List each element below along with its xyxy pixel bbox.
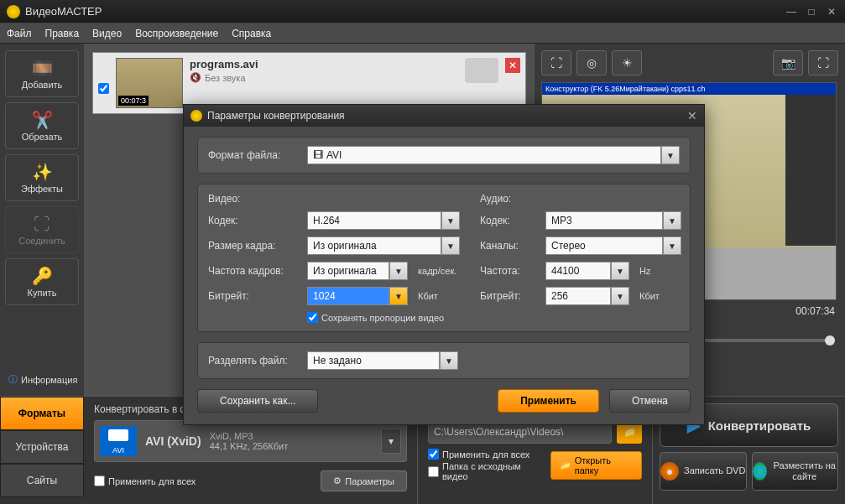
apply-button[interactable]: Применить xyxy=(498,389,599,413)
file-checkbox[interactable] xyxy=(98,83,109,94)
add-button[interactable]: 🎞️ Добавить xyxy=(5,50,79,97)
maximize-button[interactable]: □ xyxy=(805,5,818,18)
video-section-title: Видео: xyxy=(208,193,460,205)
menubar: Файл Правка Видео Воспроизведение Справк… xyxy=(0,23,845,44)
key-icon: 🔑 xyxy=(30,266,54,286)
camera-icon xyxy=(465,58,498,83)
brightness-button[interactable]: ☀ xyxy=(612,50,642,75)
gear-icon: ⚙ xyxy=(333,475,342,486)
preview-window-title: Конструктор (FK 5.26Мирайтакани) cpps11.… xyxy=(542,83,836,95)
tab-sites[interactable]: Сайты xyxy=(0,464,84,497)
speaker-icon: 🔇 xyxy=(190,72,201,83)
convert-params-dialog: Параметры конвертирования ✕ Формат файла… xyxy=(183,104,705,425)
info-button[interactable]: ⓘ Информация xyxy=(5,370,79,389)
minimize-button[interactable]: — xyxy=(785,5,798,18)
join-button: ⛶ Соединить xyxy=(5,206,79,253)
file-duration: 00:07:3 xyxy=(118,96,149,106)
video-bitrate-select[interactable]: 1024▼ xyxy=(307,287,408,305)
app-title: ВидеоМАСТЕР xyxy=(25,5,785,18)
close-button[interactable]: ✕ xyxy=(825,5,838,18)
join-icon: ⛶ xyxy=(30,214,54,234)
volume-slider[interactable] xyxy=(696,339,835,342)
effects-button[interactable]: ✨ Эффекты xyxy=(5,154,79,201)
audio-section-title: Аудио: xyxy=(480,193,681,205)
audio-bitrate-select[interactable]: 256▼ xyxy=(545,287,629,305)
publish-button[interactable]: 🌐 Разместить на сайте xyxy=(752,452,839,491)
audio-codec-select[interactable]: MP3▼ xyxy=(545,211,681,230)
save-as-button[interactable]: Сохранить как... xyxy=(197,389,318,413)
folder-icon: 📂 xyxy=(560,460,571,470)
scissors-icon: ✂️ xyxy=(30,110,54,130)
snapshot-button[interactable]: 📷 xyxy=(773,50,803,75)
dialog-titlebar[interactable]: Параметры конвертирования ✕ xyxy=(184,105,704,127)
fullscreen-button[interactable]: ⛶ xyxy=(808,50,838,75)
file-remove-button[interactable]: ✕ xyxy=(505,58,520,73)
titlebar: ВидеоМАСТЕР — □ ✕ xyxy=(0,0,845,23)
apply-all-format-checkbox[interactable]: Применить для всех xyxy=(94,475,196,486)
dialog-title: Параметры конвертирования xyxy=(207,110,345,122)
settings-icon-button[interactable]: ◎ xyxy=(576,50,607,75)
file-thumbnail: 00:07:3 xyxy=(116,58,183,108)
cut-button[interactable]: ✂️ Обрезать xyxy=(5,102,79,149)
tab-formats[interactable]: Форматы xyxy=(0,397,84,430)
format-icon: AVI xyxy=(100,426,137,456)
burn-dvd-button[interactable]: ● Записать DVD xyxy=(660,452,747,491)
file-audio-info: 🔇 Без звука xyxy=(190,72,458,83)
file-format-select[interactable]: 🎞AVI ▼ xyxy=(307,146,680,164)
params-button[interactable]: ⚙ Параметры xyxy=(321,470,407,491)
cancel-button[interactable]: Отмена xyxy=(609,389,691,413)
menu-video[interactable]: Видео xyxy=(92,28,122,39)
file-format-label: Формат файла: xyxy=(208,149,300,161)
keep-aspect-checkbox[interactable]: Сохранять пропорции видео xyxy=(307,312,444,323)
menu-playback[interactable]: Воспроизведение xyxy=(135,28,218,39)
open-folder-button[interactable]: 📂 Открыть папку xyxy=(550,451,642,480)
wand-icon: ✨ xyxy=(30,162,54,182)
info-icon: ⓘ xyxy=(8,373,18,386)
tab-devices[interactable]: Устройства xyxy=(0,430,84,464)
dialog-close-button[interactable]: ✕ xyxy=(687,109,697,122)
split-select[interactable]: Не задано▼ xyxy=(307,351,458,370)
app-logo-icon xyxy=(7,5,20,18)
dialog-logo-icon xyxy=(190,110,202,122)
fps-select[interactable]: Из оригинала▼ xyxy=(307,262,408,280)
menu-file[interactable]: Файл xyxy=(7,28,32,39)
menu-edit[interactable]: Правка xyxy=(45,28,80,39)
disc-icon: ● xyxy=(660,462,679,481)
frame-size-select[interactable]: Из оригинала▼ xyxy=(307,236,460,255)
chevron-down-icon[interactable]: ▼ xyxy=(661,146,680,164)
format-selector[interactable]: AVI AVI (XviD) XviD, MP3 44,1 KHz, 256Кб… xyxy=(94,420,407,462)
file-name: programs.avi xyxy=(190,58,458,70)
menu-help[interactable]: Справка xyxy=(232,28,271,39)
current-time: 00:07:34 xyxy=(795,305,835,317)
channels-select[interactable]: Стерео▼ xyxy=(545,236,681,255)
add-icon: 🎞️ xyxy=(30,58,54,78)
left-toolbar: 🎞️ Добавить ✂️ Обрезать ✨ Эффекты ⛶ Соед… xyxy=(0,44,84,396)
format-name: AVI (XviD) xyxy=(145,434,201,448)
globe-icon: 🌐 xyxy=(753,462,767,481)
video-codec-select[interactable]: H.264▼ xyxy=(307,211,460,230)
apply-all-save-checkbox[interactable]: Применить для всех xyxy=(428,449,542,460)
format-dropdown-button[interactable]: ▾ xyxy=(381,429,401,454)
source-folder-checkbox[interactable]: Папка с исходным видео xyxy=(428,461,542,481)
crop-button[interactable]: ⛶ xyxy=(541,50,571,75)
freq-select[interactable]: 44100▼ xyxy=(545,262,629,280)
buy-button[interactable]: 🔑 Купить xyxy=(5,258,79,305)
film-icon: 🎞 xyxy=(313,149,323,161)
